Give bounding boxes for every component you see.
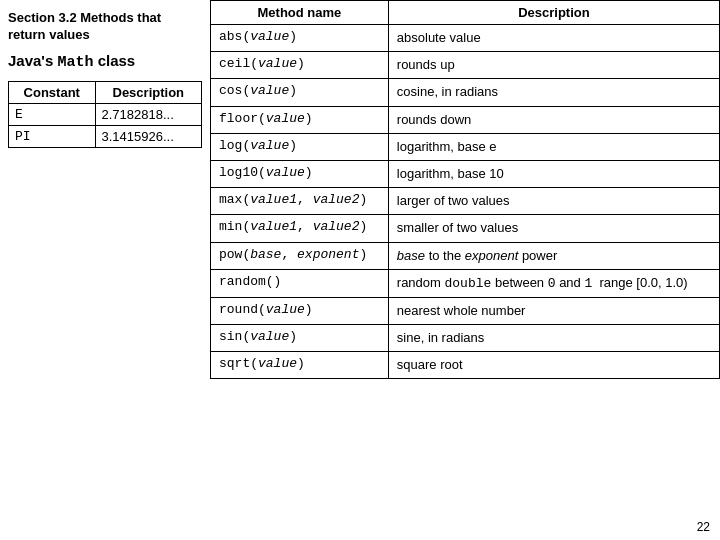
page-number: 22 — [697, 520, 710, 534]
method-name-cell: max(value1, value2) — [211, 188, 389, 215]
method-name-cell: floor(value) — [211, 106, 389, 133]
pow-exponent: exponent — [465, 248, 519, 263]
random-zero: 0 — [548, 276, 556, 291]
method-desc-cell: random double between 0 and 1 range [0.0… — [388, 269, 719, 297]
constants-table: Constant Description E 2.7182818... PI 3… — [8, 81, 202, 148]
method-name-cell: ceil(value) — [211, 52, 389, 79]
method-name-cell: log(value) — [211, 133, 389, 160]
method-desc-cell: rounds up — [388, 52, 719, 79]
random-double: double — [445, 276, 492, 291]
constant-name: E — [9, 103, 96, 125]
method-name-cell: log10(value) — [211, 160, 389, 187]
method-name-cell: round(value) — [211, 297, 389, 324]
method-name-cell: cos(value) — [211, 79, 389, 106]
pow-base: base — [397, 248, 425, 263]
random-one: 1 — [584, 276, 592, 291]
method-desc-cell: nearest whole number — [388, 297, 719, 324]
methods-row: random()random double between 0 and 1 ra… — [211, 269, 720, 297]
method-desc-cell: absolute value — [388, 25, 719, 52]
constant-name: PI — [9, 125, 96, 147]
constants-row: PI 3.1415926... — [9, 125, 202, 147]
java-math-title: Java's Math class — [8, 52, 202, 71]
methods-row: log10(value)logarithm, base 10 — [211, 160, 720, 187]
left-panel: Section 3.2 Methods that return values J… — [0, 0, 210, 540]
page: Section 3.2 Methods that return values J… — [0, 0, 720, 540]
method-name-cell: sqrt(value) — [211, 352, 389, 379]
method-name-cell: random() — [211, 269, 389, 297]
methods-row: max(value1, value2)larger of two values — [211, 188, 720, 215]
method-desc-cell: logarithm, base 10 — [388, 160, 719, 187]
right-panel: Method name Description abs(value)absolu… — [210, 0, 720, 540]
methods-col-description: Description — [388, 1, 719, 25]
constant-description: 3.1415926... — [95, 125, 201, 147]
method-desc-cell: square root — [388, 352, 719, 379]
method-name-cell: abs(value) — [211, 25, 389, 52]
constants-col-constant: Constant — [9, 81, 96, 103]
constants-col-description: Description — [95, 81, 201, 103]
methods-row: sqrt(value)square root — [211, 352, 720, 379]
java-math-suffix: class — [93, 52, 135, 69]
method-desc-cell: logarithm, base e — [388, 133, 719, 160]
section-title: Section 3.2 Methods that return values — [8, 10, 202, 44]
java-math-class: Math — [57, 54, 93, 71]
method-desc-cell: sine, in radians — [388, 325, 719, 352]
constant-description: 2.7182818... — [95, 103, 201, 125]
methods-row: log(value)logarithm, base e — [211, 133, 720, 160]
methods-row: pow(base, exponent)base to the exponent … — [211, 242, 720, 269]
method-name-cell: pow(base, exponent) — [211, 242, 389, 269]
method-desc-cell: cosine, in radians — [388, 79, 719, 106]
constants-row: E 2.7182818... — [9, 103, 202, 125]
method-name-cell: min(value1, value2) — [211, 215, 389, 242]
methods-row: cos(value)cosine, in radians — [211, 79, 720, 106]
method-name-cell: sin(value) — [211, 325, 389, 352]
method-desc-cell: smaller of two values — [388, 215, 719, 242]
methods-row: round(value)nearest whole number — [211, 297, 720, 324]
method-desc-cell: rounds down — [388, 106, 719, 133]
methods-row: abs(value)absolute value — [211, 25, 720, 52]
methods-col-method: Method name — [211, 1, 389, 25]
methods-row: min(value1, value2)smaller of two values — [211, 215, 720, 242]
methods-row: floor(value)rounds down — [211, 106, 720, 133]
methods-table: Method name Description abs(value)absolu… — [210, 0, 720, 379]
java-math-label: Java's — [8, 52, 57, 69]
methods-row: sin(value)sine, in radians — [211, 325, 720, 352]
method-desc-cell: larger of two values — [388, 188, 719, 215]
methods-row: ceil(value)rounds up — [211, 52, 720, 79]
method-desc-cell: base to the exponent power — [388, 242, 719, 269]
